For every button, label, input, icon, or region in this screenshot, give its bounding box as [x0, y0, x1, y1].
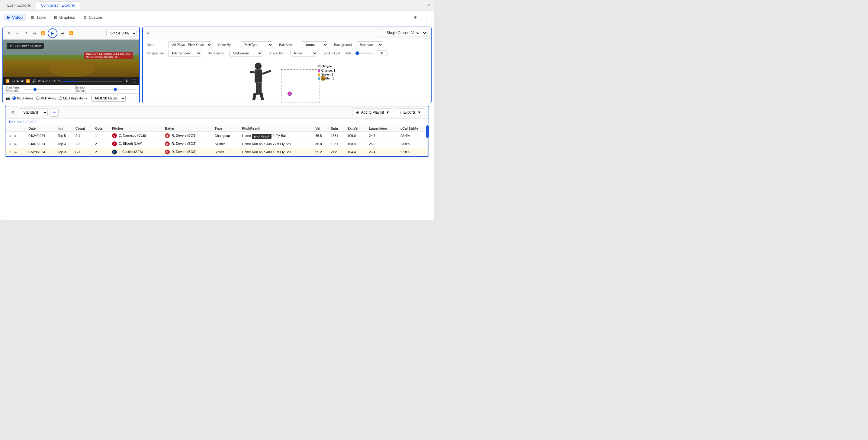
- normalized-select[interactable]: Strikezone Raw None: [229, 50, 262, 57]
- col-vel[interactable]: Vel: [313, 125, 328, 132]
- vc-next[interactable]: ⏭: [21, 79, 24, 83]
- row-play-icon[interactable]: ▶: [13, 133, 18, 138]
- col-pitcher[interactable]: Pitcher: [110, 125, 162, 132]
- edit-preset-button[interactable]: ✏: [50, 108, 59, 117]
- camera-dropdown[interactable]: MLB 1B Batter MLB Home MLB Away: [91, 95, 126, 101]
- cell-date: 04/24/2024: [26, 132, 55, 140]
- row-menu-icon[interactable]: ≡: [8, 150, 13, 154]
- col-type[interactable]: Type: [212, 125, 240, 132]
- graphics-tab-button[interactable]: ⊟ Graphics: [51, 13, 79, 21]
- row-menu-icon[interactable]: ≡: [8, 141, 13, 146]
- table-icon: ⊞: [31, 15, 34, 20]
- skip-back-button[interactable]: ⏮: [31, 30, 38, 37]
- view-select[interactable]: Single View Multi View: [106, 30, 137, 37]
- vc-volume[interactable]: 🔊: [32, 79, 36, 83]
- start-offset-slider[interactable]: [25, 89, 70, 90]
- col-inn[interactable]: Inn: [55, 125, 73, 132]
- cell-spin: 1051: [328, 140, 345, 148]
- perspective-label: Perspective: [147, 51, 164, 55]
- panels-row: ⚙ → ↺ ⏮ ⏪ ▶ ⏭ ⏩ Single View Multi View: [0, 24, 434, 106]
- upload-icon[interactable]: ↑: [422, 13, 430, 22]
- exports-upload-icon: ↑: [400, 110, 401, 115]
- col-date[interactable]: Date: [26, 125, 55, 132]
- video-toolbar: ⚙ → ↺ ⏮ ⏪ ▶ ⏭ ⏩ Single View Multi View: [3, 27, 139, 39]
- cell-vel: 95.2: [313, 148, 328, 156]
- fullscreen-icon[interactable]: ⛶: [131, 78, 137, 84]
- ball-size-label: Ball Size: [279, 43, 297, 47]
- preset-select[interactable]: Standard Pitching Hitting Advanced: [19, 109, 48, 116]
- cell-date: 03/28/2024: [26, 148, 55, 156]
- limit-input[interactable]: [377, 51, 388, 56]
- cell-outs: 1: [93, 132, 110, 140]
- col-count[interactable]: Count: [73, 125, 93, 132]
- forward-icon[interactable]: →: [14, 30, 21, 37]
- row-play-icon[interactable]: ▶: [13, 141, 18, 146]
- video-tab-button[interactable]: ▶ Video: [4, 13, 26, 21]
- pitch-label: ▼ 0-1 Sinker, 95 mph: [7, 43, 44, 49]
- tab-comparison-explorer[interactable]: Comparison Explorer: [36, 1, 80, 9]
- col-actions: [5, 125, 26, 132]
- col-outs[interactable]: Outs: [93, 125, 110, 132]
- mlb-home-radio[interactable]: MLB Home: [12, 96, 33, 100]
- vc-play[interactable]: ▶: [17, 79, 19, 83]
- exports-button[interactable]: ↑ Exports ▼: [396, 109, 425, 116]
- perspective-select[interactable]: Pitcher View Catcher View: [168, 50, 202, 57]
- table-row[interactable]: ≡ ▶ 04/24/2024 Top 5 2-1 1 C: [5, 132, 429, 140]
- mlb-away-radio[interactable]: MLB Away: [36, 96, 56, 100]
- batter-team-logo: B: [165, 133, 170, 138]
- cell-pcallstrk: 92.4%: [398, 132, 429, 140]
- scrollbar-thumb[interactable]: [426, 125, 429, 138]
- pitch-dot-change: [287, 92, 292, 96]
- svg-rect-7: [259, 83, 262, 95]
- vc-rewind[interactable]: ⏪: [5, 79, 10, 83]
- table-row[interactable]: ≡ ▶ 03/28/2024 Top 3 0-1 2 S: [5, 148, 429, 156]
- custom-tab-button[interactable]: ⊠ Custom: [80, 13, 106, 21]
- chart-label: Chart: [147, 43, 164, 47]
- close-button[interactable]: ×: [426, 2, 432, 8]
- col-spin[interactable]: Spin: [328, 125, 345, 132]
- prev-button[interactable]: ⏪: [39, 30, 46, 37]
- vc-ff[interactable]: ⏩: [26, 79, 30, 83]
- video-frame: ▼ 0-1 Sinker, 95 mph RED SOX LEADERS LAS…: [3, 39, 139, 77]
- shape-by-select[interactable]: None PitchType Result: [290, 50, 317, 57]
- limit-slider[interactable]: [355, 53, 373, 54]
- progress-bar[interactable]: [63, 81, 122, 82]
- tab-event-explorer[interactable]: Event Explorer: [2, 1, 36, 9]
- shape-by-label: Shape By: [269, 51, 287, 55]
- download-icon[interactable]: ⬇: [124, 78, 130, 84]
- camera-row: 📷 MLB Home MLB Away MLB High Home M: [3, 93, 139, 103]
- cell-pcallstrk: 92.8%: [398, 148, 429, 156]
- col-batter[interactable]: Batter: [162, 125, 212, 132]
- cell-inn: Top 3: [55, 140, 73, 148]
- table-settings-icon[interactable]: ⚙: [9, 109, 16, 116]
- add-to-playlist-button[interactable]: ⊕ Add to Playlist ▼: [352, 109, 393, 116]
- row-play-icon[interactable]: ▶: [13, 150, 18, 154]
- col-launchang[interactable]: LaunchAng: [367, 125, 398, 132]
- graphic-view-select[interactable]: Single Graphic View Multi Graphic View: [382, 29, 427, 37]
- table-tab-button[interactable]: ⊞ Table: [28, 13, 49, 21]
- col-pcallstrk[interactable]: pCallStrk%: [398, 125, 429, 132]
- background-select[interactable]: Standard None Dark: [356, 41, 383, 48]
- data-table: Date Inn Count Outs Pitcher Batter Type …: [5, 125, 429, 156]
- table-row[interactable]: ≡ ▶ 04/07/2024 Top 3 2-2 2 A: [5, 140, 429, 148]
- gp-settings-icon[interactable]: ⚙: [147, 31, 150, 35]
- color-by-select[interactable]: PitchType Velocity Result: [240, 41, 273, 48]
- replay-icon[interactable]: ↺: [22, 30, 30, 37]
- table-scroll[interactable]: Date Inn Count Outs Pitcher Batter Type …: [5, 125, 429, 156]
- next-button[interactable]: ⏭: [59, 30, 66, 37]
- vc-prev[interactable]: ⏮: [11, 79, 15, 83]
- filter-icon[interactable]: ⚙: [411, 13, 420, 22]
- custom-icon: ⊠: [83, 15, 87, 20]
- row-menu-icon[interactable]: ≡: [8, 133, 13, 138]
- col-exitvel[interactable]: ExitVel: [345, 125, 367, 132]
- skip-fwd-button[interactable]: ⏩: [67, 30, 74, 37]
- col-pitchresult[interactable]: PitchResult: [240, 125, 313, 132]
- cell-launchang: 24.7: [367, 132, 398, 140]
- duration-slider[interactable]: [91, 89, 137, 90]
- play-button[interactable]: ▶: [48, 28, 57, 38]
- chart-select[interactable]: All Plays - Pitch Chart Strike Zone Spra…: [168, 41, 212, 48]
- settings-icon[interactable]: ⚙: [5, 30, 13, 37]
- mlb-high-home-radio[interactable]: MLB High Home: [59, 96, 88, 100]
- duration-label: Duration (Default): [75, 86, 86, 92]
- ball-size-select[interactable]: Normal Small Large: [301, 41, 328, 48]
